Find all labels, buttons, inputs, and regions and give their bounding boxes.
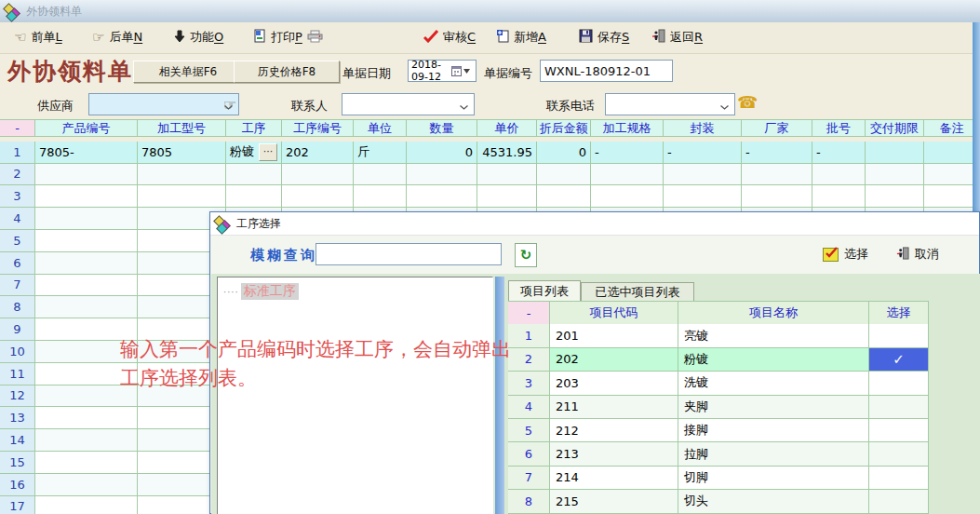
table-cell[interactable]: - — [664, 142, 742, 164]
contact-combobox[interactable] — [342, 93, 475, 115]
table-cell[interactable] — [226, 164, 282, 186]
row-number[interactable]: 14 — [0, 429, 35, 452]
row-number[interactable]: 8 — [508, 490, 550, 513]
process-code-cell[interactable]: 215 — [550, 490, 678, 513]
table-cell[interactable] — [35, 296, 138, 318]
select-button[interactable]: 选择 — [823, 246, 868, 263]
table-cell[interactable] — [866, 164, 924, 186]
phone-combobox[interactable] — [605, 93, 735, 115]
tab-item-list[interactable]: 项目列表 — [508, 280, 581, 301]
table-cell[interactable] — [812, 164, 866, 186]
functions-button[interactable]: 功能O — [171, 25, 226, 49]
table-cell[interactable] — [35, 252, 138, 275]
row-number[interactable]: 9 — [0, 318, 35, 341]
table-cell[interactable] — [354, 164, 407, 186]
row-number[interactable]: 8 — [0, 296, 35, 318]
process-code-cell[interactable]: 214 — [550, 467, 678, 490]
panel-splitter[interactable] — [495, 277, 504, 514]
prev-doc-button[interactable]: ☜ 前单L — [11, 25, 65, 49]
table-cell[interactable] — [407, 164, 477, 186]
table-cell[interactable] — [35, 429, 138, 452]
row-number[interactable]: 4 — [508, 396, 550, 419]
return-button[interactable]: 返回R — [649, 25, 705, 49]
row-number[interactable]: 12 — [0, 386, 35, 408]
row-number[interactable]: 5 — [508, 419, 550, 442]
table-cell[interactable] — [866, 185, 924, 208]
table-cell[interactable] — [537, 185, 591, 208]
add-new-button[interactable]: 新增A — [493, 25, 549, 49]
doc-no-input[interactable]: WXNL-180912-01 — [540, 60, 673, 82]
process-name-cell[interactable]: 切头 — [678, 490, 869, 513]
related-docs-button[interactable]: 相关单据F6 — [133, 61, 243, 83]
process-name-cell[interactable]: 洗镀 — [678, 372, 869, 395]
row-number[interactable]: 1 — [0, 142, 35, 164]
table-cell[interactable] — [35, 164, 138, 186]
dialog-titlebar[interactable]: 工序选择 — [210, 212, 979, 236]
table-cell[interactable] — [591, 185, 664, 208]
table-cell[interactable]: 7805 — [138, 142, 226, 164]
row-number[interactable]: 17 — [0, 496, 35, 514]
row-number[interactable]: 4 — [0, 208, 35, 230]
select-cell[interactable] — [869, 467, 929, 490]
process-name-cell[interactable]: 夹脚 — [678, 396, 869, 419]
table-cell[interactable]: 斤 — [354, 142, 407, 164]
supplier-combobox[interactable] — [88, 93, 239, 115]
process-code-cell[interactable]: 211 — [550, 396, 678, 419]
table-cell[interactable]: 0 — [537, 142, 591, 164]
table-cell[interactable] — [407, 185, 477, 208]
row-number[interactable]: 6 — [508, 442, 550, 466]
supplier-lookup-hand-icon[interactable]: ☞ — [223, 96, 236, 114]
process-lookup-button[interactable]: ··· — [259, 143, 277, 161]
table-cell[interactable]: 0 — [407, 142, 477, 164]
table-cell[interactable] — [35, 452, 138, 474]
select-cell[interactable] — [869, 490, 929, 513]
table-cell[interactable] — [35, 208, 138, 230]
row-number[interactable]: 3 — [508, 372, 550, 395]
table-cell[interactable] — [226, 185, 282, 208]
table-cell[interactable]: 粉镀··· — [226, 142, 282, 164]
row-number[interactable]: 2 — [0, 164, 35, 186]
row-number[interactable]: 1 — [508, 324, 550, 347]
next-doc-button[interactable]: ☞ 后单N — [89, 25, 145, 49]
row-number[interactable]: 16 — [0, 474, 35, 496]
select-cell[interactable] — [869, 372, 929, 395]
refresh-button[interactable]: ↻ — [515, 243, 537, 267]
row-number[interactable]: 11 — [0, 363, 35, 386]
table-cell[interactable]: - — [812, 142, 866, 164]
process-code-cell[interactable]: 212 — [550, 419, 678, 442]
row-selected-check[interactable]: ✓ — [869, 348, 929, 372]
select-cell[interactable] — [869, 396, 929, 419]
process-name-cell[interactable]: 拉脚 — [678, 442, 869, 466]
table-cell[interactable]: 7805- — [35, 142, 138, 164]
table-cell[interactable] — [35, 407, 138, 429]
fuzzy-search-input[interactable] — [315, 243, 502, 265]
phone-icon[interactable]: ☎ — [737, 92, 758, 112]
table-cell[interactable]: - — [742, 142, 812, 164]
table-cell[interactable] — [35, 275, 138, 297]
print-button[interactable]: 打印P — [251, 25, 326, 49]
table-cell[interactable] — [924, 142, 980, 164]
process-code-cell[interactable]: 201 — [550, 324, 678, 347]
table-cell[interactable] — [354, 185, 407, 208]
table-cell[interactable] — [591, 164, 664, 186]
table-cell[interactable]: 202 — [282, 142, 354, 164]
table-cell[interactable]: 4531.95 — [477, 142, 537, 164]
table-cell[interactable] — [924, 185, 980, 208]
process-name-cell[interactable]: 粉镀 — [678, 348, 869, 372]
process-name-cell[interactable]: 切脚 — [678, 467, 869, 490]
table-cell[interactable] — [742, 164, 812, 186]
tree-node-standard-process[interactable]: ···· 标准工序 — [223, 283, 492, 300]
row-number[interactable]: 10 — [0, 341, 35, 363]
process-code-cell[interactable]: 202 — [550, 348, 678, 372]
row-number[interactable]: 7 — [0, 275, 35, 297]
process-code-cell[interactable]: 203 — [550, 372, 678, 395]
table-cell[interactable] — [477, 185, 537, 208]
table-cell[interactable] — [477, 164, 537, 186]
table-cell[interactable] — [537, 164, 591, 186]
save-button[interactable]: 保存S — [576, 25, 632, 49]
select-cell[interactable] — [869, 442, 929, 466]
history-price-button[interactable]: 历史价格F8 — [234, 61, 340, 83]
audit-button[interactable]: 审核C — [421, 25, 478, 49]
table-cell[interactable] — [664, 185, 742, 208]
cancel-button[interactable]: 取消 — [896, 246, 939, 263]
